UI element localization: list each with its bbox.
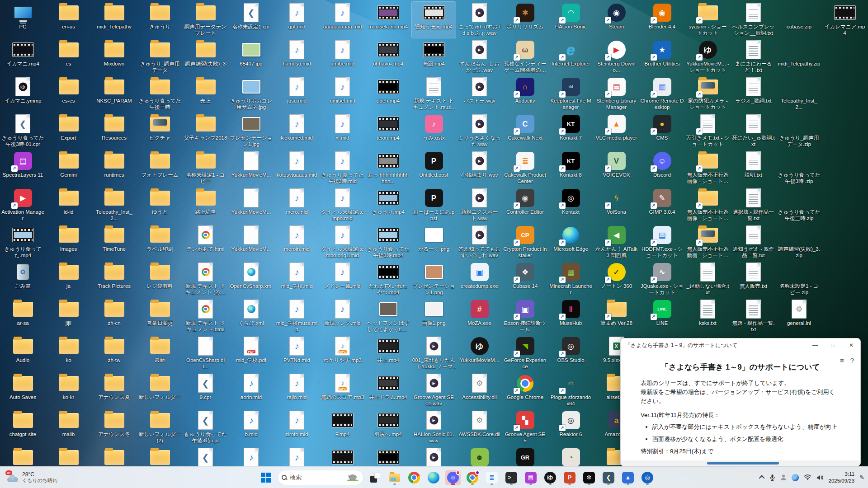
desktop-icon[interactable]: en-us [47,2,90,38]
desktop-icon[interactable]: ●↗CMS [640,113,684,149]
desktop-icon[interactable]: C↗Cakewalk Next [503,113,547,149]
desktop-icon[interactable]: ar-sa [1,298,45,334]
desktop-icon[interactable]: ▶↗Steinberg Downlo... [594,39,638,75]
desktop-icon[interactable]: ▲↗VLC media player [594,113,638,149]
desktop-icon[interactable]: MP3無題のスコア.mp3 [321,372,364,408]
desktop-icon[interactable]: YukkuriMovieM... [229,187,273,223]
desktop-icon[interactable]: 新しいフォルダー [138,372,182,408]
desktop-icon[interactable]: Telepathy_Inst_2... [92,187,136,223]
taskbar-chrome-icon[interactable] [406,470,422,485]
taskbar-file-explorer-icon[interactable] [387,470,402,485]
desktop-icon[interactable]: sirofo.mid [275,409,319,446]
desktop-icon[interactable]: ゆうと [138,187,182,223]
desktop-icon[interactable]: ◎↗OBS Studio [549,335,593,371]
desktop-icon[interactable]: きゅうりボカコレ用サムネ.jpg [229,76,273,112]
desktop-icon[interactable]: b.mid [229,409,273,446]
desktop-icon[interactable]: タイトル未設定.tempo.mid [321,187,364,223]
desktop-icon[interactable]: uaaaaaaaaa.mid [321,2,364,38]
minimize-button[interactable]: — [806,338,824,352]
taskbar-steinberg-app-icon[interactable]: ◎ [640,470,655,485]
desktop-icon[interactable]: 調声練習(失敗)_3 [184,39,227,75]
desktop-icon[interactable]: きゅうり食ってた午後三時.zip [777,187,821,223]
desktop-icon[interactable]: ▶↗Activation Manager [1,187,45,223]
copilot-icon[interactable] [792,474,799,481]
desktop-icon[interactable]: Auto Saves [1,372,45,408]
desktop-icon[interactable]: rajio.mid [275,372,319,408]
desktop-icon[interactable]: ✎↗GIMP 3.0.4 [640,187,684,223]
microphone-icon[interactable] [769,474,775,481]
desktop-icon[interactable]: こってゅh dすお f d s b ふぉ.wav [458,2,501,38]
desktop-icon[interactable]: Images [47,224,90,260]
desktop-icon[interactable]: 無題 - 親作品一覧.txt [731,298,775,334]
desktop-icon[interactable]: プレゼンテーション1.jpg [229,113,273,149]
taskbar-discord-icon[interactable]: ☺ [445,470,461,485]
desktop-icon[interactable]: ▦↗Minecraft Launcher [549,261,593,297]
desktop-icon[interactable]: malib [47,409,90,446]
desktop-icon[interactable]: kiokumed.mid [275,113,319,149]
desktop-icon[interactable]: ≣↗Cakewalk Product Center [503,150,547,186]
desktop-icon[interactable]: 通知うぜえ - 親作品一覧.txt [731,224,775,260]
desktop-icon[interactable]: かるーく.png [412,224,456,260]
volume-icon[interactable] [816,474,824,481]
desktop-icon[interactable]: ∩↗Audacity [503,76,547,112]
help-icon[interactable]: ? [850,357,854,364]
desktop-icon[interactable]: OpenCvSharp.dll... [184,335,227,371]
desktop-icon[interactable]: 羽尻へ.mp4 [366,409,410,446]
taskbar-edge-icon[interactable] [426,470,441,485]
desktop-icon[interactable]: 小銭詰まり.wav [458,150,501,186]
desktop-icon[interactable]: open.mp4 [366,76,410,112]
taskbar-yukkuri-movie-maker-icon[interactable]: ゆ [542,470,558,485]
desktop-icon[interactable]: ω↗孤独なインディーゲーム開発者の一生 ... [503,39,547,75]
maximize-button[interactable]: □ [824,338,842,352]
desktop-icon[interactable]: ↗万引きメモ.txt - ショートカット [686,113,730,149]
desktop-icon[interactable]: ラベル印刷 [138,224,182,260]
desktop-icon[interactable]: テンポあて.html [184,224,227,260]
desktop-icon[interactable]: ↗Microsoft Edge [549,224,593,260]
desktop-icon[interactable]: PUntitled.ppsf [412,150,456,186]
desktop-icon[interactable]: kotusytuaaus.mid [275,150,319,186]
desktop-icon[interactable]: Groove Agent SE 01.wav [412,372,456,408]
desktop-icon[interactable]: タイトル未設定.tempo.orig1.mid [321,224,364,260]
desktop-icon[interactable]: アナウンス冬 [92,409,136,446]
desktop-icon[interactable]: 9.cpr [184,372,227,408]
desktop-icon[interactable]: id-id [47,187,90,223]
desktop-icon[interactable]: ゆ↗YukkuriMovieM... - ショートカット [686,39,730,75]
desktop-icon[interactable]: だれだFXいれたやつ.mp4 [366,261,410,297]
desktop-icon[interactable]: 選択肢 - 親作品一覧.txt [731,187,775,223]
desktop-icon[interactable]: Audio [1,335,45,371]
desktop-icon[interactable]: PDFmid_学校.pdf [229,335,273,371]
desktop-icon[interactable]: YukkuriMovieM... [229,224,273,260]
desktop-icon[interactable]: ◎↗Kontakt [549,187,593,223]
desktop-icon[interactable]: 答え知っててもむずいのこれ.wav [458,224,501,260]
desktop-icon[interactable]: 名称未設定1 - コピー [184,150,227,186]
desktop-icon[interactable]: sfz↗Plogue sforzando x64 [549,372,593,408]
desktop-icon[interactable]: 営業日変更 [138,298,182,334]
desktop-icon[interactable]: Gemini [47,150,90,186]
desktop-icon[interactable]: ▚↗Groove Agent SE 5 [503,409,547,446]
desktop-icon[interactable]: ◉↗Steam [594,2,638,38]
desktop-icon[interactable]: ▦↗Chrome Remote Desktop [640,76,684,112]
taskbar-photos-icon[interactable]: ▲ [620,470,636,485]
horizontal-scrollbar[interactable] [621,460,860,466]
desktop-icon[interactable]: xl.mid [321,113,364,149]
desktop-icon[interactable]: きゅうり食ってた午後三時 [138,76,182,112]
weather-widget[interactable]: 9+ 28°C くもりのち晴れ [5,469,61,487]
desktop-icon[interactable]: ◉↗Blender 4.4 [640,2,684,38]
desktop-icon[interactable]: OpenCvSharp.xml [229,261,273,297]
taskbar-powerpoint-icon[interactable]: P [562,470,577,485]
taskbar-cubase-icon[interactable]: ❮ [601,470,616,485]
desktop-icon[interactable]: イカマニ.mp4 [1,39,45,75]
desktop-icon[interactable]: ↗Google Chrome [503,372,547,408]
desktop-icon[interactable]: ▣↗Epson 接続診断ツール [503,298,547,334]
desktop-icon[interactable]: hamusu.mid [275,39,319,75]
desktop-icon[interactable]: フォトフレーム [138,150,182,186]
desktop-icon[interactable]: ▤↗SpectraLayers 11 [1,150,45,186]
desktop-icon[interactable]: runtimes [92,150,136,186]
desktop-icon[interactable]: 死にたい_ゅ歌詞.txt [731,113,775,149]
ime-pen-icon[interactable]: ✎ [859,474,864,481]
desktop-icon[interactable]: Accessibility.dll [458,372,501,408]
desktop-icon[interactable]: 新規 テキスト ドキュメント (2).html [184,261,227,297]
desktop-icon[interactable]: KT↗Kontakt 7 [549,113,593,149]
dialog-titlebar[interactable]: 「さよなら手書き 1～9」のサポートについて — □ ✕ [621,338,860,352]
desktop-icon[interactable]: 井上.mp4 [366,335,410,371]
